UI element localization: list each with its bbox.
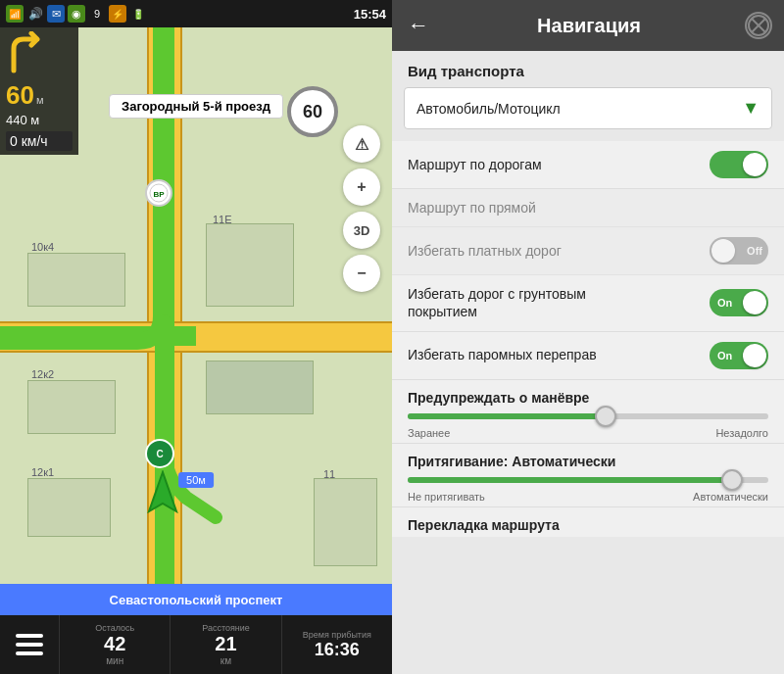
alert-button[interactable]: ⚠ [343, 125, 380, 163]
svg-marker-2 [149, 472, 176, 511]
setting-row-route-roads: Маршрут по дорогам [392, 141, 784, 189]
slider-thumb-snap-road[interactable] [721, 469, 743, 491]
toggle-avoid-tolls[interactable]: Off [710, 237, 768, 265]
toggle-knob-avoid-unpaved [743, 291, 766, 314]
toggle-knob-avoid-tolls [711, 239, 735, 263]
turn-arrow-icon [6, 31, 73, 78]
back-button[interactable]: ← [404, 9, 433, 42]
settings-panel: ← Навигация Вид транспорта Автомобиль/Мо… [392, 0, 784, 674]
zoom-in-button[interactable]: + [343, 168, 380, 206]
road-horizontal-green [0, 326, 196, 346]
map-controls: ⚠ + 3D − [343, 125, 380, 292]
bottom-stats: Осталось 42 мин Расстояние 21 км Время п… [59, 615, 392, 674]
toggle-knob-route-roads [743, 153, 766, 176]
stat-distance: Расстояние 21 км [170, 615, 280, 674]
sound-icon: 🔊 [26, 5, 44, 23]
slider-track-warn-maneuver [408, 413, 768, 419]
stat-remaining: Осталось 42 мин [59, 615, 170, 674]
nav-distance-box: 60 м 440 м 0 км/ч [0, 27, 78, 155]
slider-fill-warn-maneuver [408, 413, 606, 419]
settings-title: Навигация [445, 15, 733, 37]
bottom-bar: Осталось 42 мин Расстояние 21 км Время п… [0, 615, 392, 674]
sberbank-poi-icon: С [145, 439, 174, 468]
signal-icon: 9 [88, 5, 106, 23]
transport-label: Вид транспорта [392, 51, 784, 83]
transport-dropdown[interactable]: Автомобиль/Мотоцикл ▼ [404, 87, 772, 129]
bp-poi-icon: BP [145, 179, 172, 207]
help-button[interactable] [745, 12, 772, 39]
speed-limit-sign: 60 [287, 86, 338, 137]
building-12k2 [27, 380, 116, 434]
slider-thumb-warn-maneuver[interactable] [595, 406, 616, 427]
mail-icon: ✉ [47, 5, 65, 23]
setting-row-route-straight: Маршрут по прямой [392, 189, 784, 227]
zoom-out-button[interactable]: − [343, 255, 380, 292]
toggle-avoid-ferries[interactable]: On [710, 342, 768, 369]
setting-row-avoid-ferries: Избегать паромных переправ On [392, 332, 784, 380]
dropdown-arrow-icon: ▼ [742, 98, 760, 119]
label-12k2: 12к2 [31, 368, 54, 380]
setting-row-avoid-unpaved: Избегать дорог с грунтовым покрытием On [392, 275, 784, 331]
bottom-street-label: Севастопольский проспект [0, 584, 392, 615]
slider-labels-snap-road: Не притягивать Автоматически [408, 491, 768, 503]
toggle-knob-avoid-ferries [743, 344, 766, 367]
label-10k4: 10к4 [31, 241, 54, 253]
slider-title-snap-road: Притягивание: Автоматически [408, 454, 768, 469]
setting-label-avoid-tolls: Избегать платных дорог [408, 242, 623, 260]
slider-section-warn-maneuver: Предупреждать о манёвре Заранее Незадолг… [392, 380, 784, 444]
svg-rect-4 [16, 634, 43, 638]
settings-content: Вид транспорта Автомобиль/Мотоцикл ▼ Мар… [392, 51, 784, 674]
setting-label-avoid-ferries: Избегать паромных переправ [408, 346, 623, 363]
battery-icon: 🔋 [129, 5, 147, 23]
setting-label-route-roads: Маршрут по дорогам [408, 156, 623, 173]
map-panel: 📶 🔊 ✉ ◉ 9 ⚡ 🔋 15:54 10к4 12к2 12к1 11Е 1… [0, 0, 392, 674]
current-speed: 0 км/ч [6, 131, 73, 151]
reroute-section-title: Перекладка маршрута [392, 507, 784, 537]
main-distance: 60 [6, 80, 34, 111]
label-11e: 11Е [213, 214, 232, 225]
slider-labels-warn-maneuver: Заранее Незадолго [408, 427, 768, 439]
status-bar: 📶 🔊 ✉ ◉ 9 ⚡ 🔋 15:54 [0, 0, 392, 27]
building-10k4 [27, 253, 125, 307]
slider-track-snap-road [408, 477, 768, 483]
setting-label-route-straight: Маршрут по прямой [408, 199, 623, 217]
gps-arrow [145, 470, 180, 517]
status-icons: 📶 🔊 ✉ ◉ 9 ⚡ 🔋 [6, 5, 147, 23]
setting-label-avoid-unpaved: Избегать дорог с грунтовым покрытием [408, 285, 623, 320]
wifi-icon: 📶 [6, 5, 24, 23]
building-mid [206, 361, 314, 414]
stat-arrival: Время прибытия 16:36 [281, 615, 392, 674]
slider-section-snap-road: Притягивание: Автоматически Не притягива… [392, 444, 784, 507]
transport-value: Автомобиль/Мотоцикл [416, 101, 561, 117]
toggle-avoid-unpaved[interactable]: On [710, 289, 768, 316]
label-11: 11 [323, 468, 335, 480]
building-11e [206, 223, 294, 307]
street-label-top: Загородный 5-й проезд [109, 94, 283, 119]
3d-button[interactable]: 3D [343, 212, 380, 249]
svg-text:BP: BP [153, 190, 165, 199]
distance-label: 50м [178, 472, 214, 488]
slider-title-warn-maneuver: Предупреждать о манёвре [408, 390, 768, 406]
menu-button[interactable] [0, 615, 59, 674]
status-time: 15:54 [354, 7, 386, 22]
main-distance-unit: м [36, 94, 44, 106]
battery-charge-icon: ⚡ [109, 5, 126, 23]
building-12k1 [27, 478, 111, 537]
svg-rect-6 [16, 651, 43, 655]
setting-row-avoid-tolls: Избегать платных дорог Off [392, 227, 784, 275]
settings-header: ← Навигация [392, 0, 784, 51]
svg-rect-5 [16, 643, 43, 647]
sub-distance: 440 м [6, 113, 73, 127]
building-11 [314, 478, 377, 566]
location-icon: ◉ [68, 5, 85, 23]
slider-fill-snap-road [408, 477, 732, 483]
toggle-route-roads[interactable] [710, 151, 768, 178]
label-12k1: 12к1 [31, 466, 54, 478]
